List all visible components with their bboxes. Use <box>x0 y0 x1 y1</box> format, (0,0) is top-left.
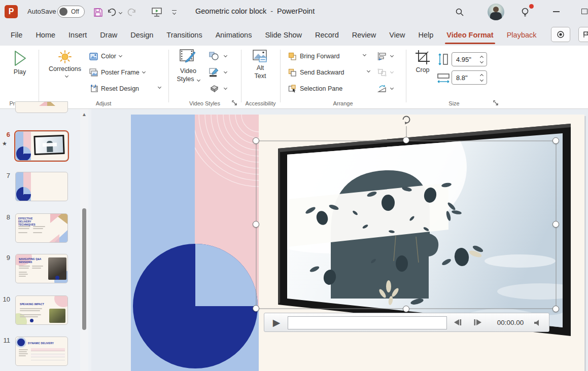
video-step-back-button[interactable] <box>453 318 464 327</box>
title-bar: P AutoSave Off <box>0 0 588 24</box>
video-shape-icon <box>209 52 219 61</box>
selection-pane-button[interactable]: Selection Pane <box>288 82 342 95</box>
video-step-forward-button[interactable] <box>472 318 483 327</box>
video-styles-dialog-launcher[interactable] <box>231 99 238 106</box>
avatar-head <box>493 7 499 12</box>
flag-icon <box>582 31 588 38</box>
group-objects-button[interactable] <box>377 66 393 79</box>
reset-design-chevron[interactable] <box>158 85 161 89</box>
thumbnail-slide-7[interactable] <box>15 172 68 201</box>
tab-insert[interactable]: Insert <box>64 24 91 46</box>
tab-animations[interactable]: Animations <box>211 24 257 46</box>
ribbon: Play Preview Corrections <box>0 46 588 109</box>
slide-thumbnail-panel: 6 ★ 7 8 <box>0 109 91 371</box>
send-backward-button[interactable]: Send Backward <box>288 66 344 79</box>
minimize-button[interactable] <box>553 11 560 12</box>
thumbnail-scrollbar[interactable]: ▲ <box>80 109 88 371</box>
bring-forward-chevron[interactable] <box>363 53 366 56</box>
video-mute-button[interactable] <box>533 319 542 327</box>
color-button[interactable]: Color <box>89 50 122 63</box>
tab-record[interactable]: Record <box>310 24 343 46</box>
video-progress-bar[interactable] <box>288 316 447 329</box>
resize-handle-bottom-right[interactable] <box>552 306 559 312</box>
speaker-icon <box>533 319 542 327</box>
reset-design-icon <box>89 85 98 93</box>
share-button[interactable] <box>578 27 588 42</box>
video-width-input[interactable] <box>455 71 476 84</box>
redo-button[interactable] <box>126 6 138 18</box>
thumbnail-slide-8[interactable]: EFFECTIVE DELIVERY TECHNIQUES <box>15 213 68 243</box>
tab-file[interactable]: File <box>6 24 27 46</box>
video-control-bar: ▶ 00:00.00 <box>264 313 549 332</box>
tab-help[interactable]: Help <box>413 24 438 46</box>
group-label-arrange: Arrange <box>280 100 406 106</box>
tab-view[interactable]: View <box>385 24 409 46</box>
rotate-button[interactable] <box>377 82 393 95</box>
group-video-styles: Video Styles <box>168 46 241 108</box>
save-button[interactable] <box>91 6 105 18</box>
send-backward-chevron[interactable] <box>367 69 370 72</box>
resize-handle-bottom-left[interactable] <box>253 305 259 312</box>
user-avatar[interactable] <box>488 4 504 20</box>
thumbnail-slide-5-partial[interactable] <box>15 101 68 113</box>
tab-playback[interactable]: Playback <box>502 24 541 46</box>
align-button[interactable] <box>377 50 393 63</box>
rotate-icon <box>377 85 387 93</box>
video-border-button[interactable] <box>209 66 227 79</box>
group-size: Crop <box>406 46 502 108</box>
resize-handle-bottom-middle[interactable] <box>403 306 409 312</box>
search-button[interactable] <box>453 6 466 18</box>
animation-star-indicator: ★ <box>2 140 7 147</box>
video-height-input[interactable] <box>455 53 476 65</box>
height-spin-down[interactable] <box>478 59 485 65</box>
resize-handle-middle-left[interactable] <box>253 221 259 228</box>
tab-design[interactable]: Design <box>126 24 158 46</box>
poster-frame-button[interactable]: Poster Frame <box>89 66 145 79</box>
crop-button[interactable]: Crop <box>411 50 434 75</box>
video-width-field[interactable] <box>452 70 487 85</box>
video-height-field[interactable] <box>452 52 487 66</box>
tab-home[interactable]: Home <box>31 24 60 46</box>
redo-icon <box>127 8 137 17</box>
resize-handle-middle-right[interactable] <box>552 221 559 228</box>
resize-handle-top-left[interactable] <box>253 137 259 144</box>
width-spin-down[interactable] <box>478 77 485 83</box>
tab-video-format[interactable]: Video Format <box>442 24 498 46</box>
bring-forward-icon <box>288 52 297 60</box>
thumbnail-slide-11[interactable]: DYNAMIC DELIVERY <box>15 337 68 366</box>
bring-forward-button[interactable]: Bring Forward <box>288 50 340 63</box>
powerpoint-logo-icon[interactable]: P <box>5 5 18 18</box>
tab-draw[interactable]: Draw <box>95 24 122 46</box>
maximize-button[interactable] <box>581 9 587 14</box>
thumbnail-slide-9[interactable]: NAVIGATING Q&A SESSIONS <box>15 254 68 283</box>
scrollbar-thumb[interactable] <box>82 208 86 330</box>
resize-handle-top-middle[interactable] <box>403 137 409 143</box>
lightbulb-icon <box>521 7 530 17</box>
rotate-handle[interactable] <box>401 114 412 125</box>
thumbnail-slide-10[interactable]: SPEAKING IMPACT <box>15 295 68 325</box>
record-presentation-button[interactable] <box>551 27 570 42</box>
video-shape-chevron <box>224 54 227 57</box>
video-styles-button[interactable]: Video Styles <box>172 49 204 83</box>
size-dialog-launcher[interactable] <box>493 99 499 106</box>
video-effects-button[interactable] <box>209 82 227 95</box>
play-button[interactable]: Play <box>7 50 32 77</box>
autosave-toggle[interactable]: Off <box>57 6 85 18</box>
video-play-button[interactable]: ▶ <box>269 316 284 330</box>
start-slideshow-button[interactable] <box>150 6 164 18</box>
scrollbar-up-arrow[interactable]: ▲ <box>81 111 88 118</box>
slide-number-6: 6 <box>0 131 10 138</box>
video-shape-button[interactable] <box>209 50 227 63</box>
search-icon <box>455 8 464 17</box>
tab-review[interactable]: Review <box>348 24 381 46</box>
alt-text-button[interactable]: AltText <box>247 50 273 80</box>
undo-button[interactable] <box>106 6 118 18</box>
corrections-button[interactable]: Corrections <box>45 50 85 77</box>
customize-qat-chevron[interactable] <box>169 6 179 18</box>
undo-dropdown-chevron[interactable] <box>117 6 123 18</box>
resize-handle-top-right[interactable] <box>552 137 559 144</box>
reset-design-button[interactable]: Reset Design <box>89 82 139 95</box>
tab-slide-show[interactable]: Slide Show <box>260 24 306 46</box>
thumbnail-slide-6[interactable] <box>15 131 68 161</box>
tab-transitions[interactable]: Transitions <box>162 24 206 46</box>
